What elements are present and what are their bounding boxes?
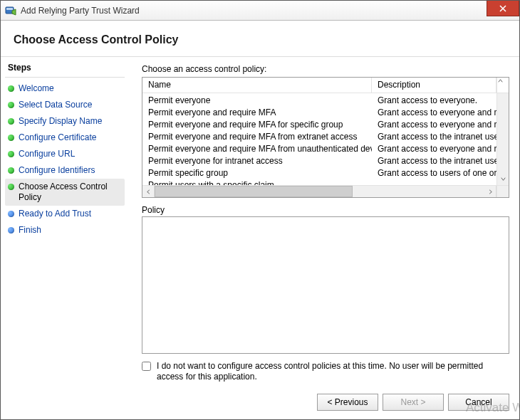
skip-policy-checkbox[interactable] [142, 362, 151, 371]
policy-detail-label: Policy [142, 205, 509, 215]
hscroll-thumb[interactable] [155, 186, 353, 197]
step-bullet-icon [8, 135, 14, 141]
step-label: Configure Certificate [19, 132, 96, 143]
close-button[interactable] [487, 1, 519, 16]
step-select-data-source[interactable]: Select Data Source [5, 97, 125, 113]
policy-description: Grant access to the intranet users and r… [372, 130, 496, 142]
step-bullet-icon [8, 211, 14, 217]
policy-description: Grant access to users of one or more gro… [372, 166, 496, 178]
step-bullet-icon [8, 167, 14, 174]
policy-prompt: Choose an access control policy: [142, 64, 509, 74]
policy-row[interactable]: Permit everyone and require MFAGrant acc… [142, 105, 496, 117]
policy-row[interactable]: Permit everyone and require MFA from ext… [142, 130, 496, 142]
step-bullet-icon [8, 102, 14, 108]
next-button[interactable]: Next > [383, 394, 444, 411]
policy-row[interactable]: Permit users with a specific claim [142, 178, 496, 185]
chevron-down-icon [500, 176, 506, 182]
step-label: Select Data Source [19, 100, 92, 110]
step-bullet-icon [8, 118, 14, 125]
step-bullet-icon [8, 151, 14, 157]
page-title: Choose Access Control Policy [1, 21, 519, 57]
policy-description: Grant access to everyone and require MFA… [372, 117, 496, 130]
titlebar: Add Relying Party Trust Wizard [1, 1, 519, 21]
step-label: Welcome [19, 83, 54, 94]
policy-row[interactable]: Permit everyone for intranet accessGrant… [142, 154, 496, 166]
step-label: Configure URL [19, 149, 75, 159]
policy-description: Grant access to everyone and require MFA… [372, 142, 496, 154]
scroll-up-button[interactable] [496, 78, 509, 93]
window-title: Add Relying Party Trust Wizard [21, 6, 487, 16]
skip-policy-label: I do not want to configure access contro… [157, 361, 509, 382]
step-specify-display-name[interactable]: Specify Display Name [5, 113, 125, 130]
close-icon [499, 5, 506, 12]
policy-description: Grant access to everyone and require MFA… [372, 105, 496, 117]
step-label: Choose Access Control Policy [19, 182, 122, 203]
previous-button[interactable]: < Previous [317, 394, 378, 411]
policy-name: Permit everyone and require MFA for spec… [142, 117, 372, 130]
step-label: Finish [19, 225, 41, 236]
step-label: Configure Identifiers [19, 165, 95, 176]
cancel-button[interactable]: Cancel [448, 394, 509, 411]
scrollbar-corner [496, 186, 509, 197]
horizontal-scrollbar[interactable] [142, 185, 509, 197]
step-configure-identifiers[interactable]: Configure Identifiers [5, 162, 125, 179]
scroll-left-button[interactable] [142, 186, 155, 197]
content-pane: Choose an access control policy: Name De… [129, 57, 519, 419]
step-label: Ready to Add Trust [19, 209, 91, 219]
policy-name: Permit everyone and require MFA from una… [142, 142, 372, 154]
step-configure-certificate[interactable]: Configure Certificate [5, 130, 125, 146]
scroll-right-button[interactable] [484, 186, 496, 197]
scroll-down-button[interactable] [497, 173, 509, 185]
steps-pane: Steps WelcomeSelect Data SourceSpecify D… [1, 57, 129, 419]
chevron-right-icon [487, 189, 494, 195]
hscroll-track[interactable] [155, 186, 484, 197]
skip-policy-row[interactable]: I do not want to configure access contro… [142, 354, 509, 382]
step-bullet-icon [8, 85, 14, 92]
step-welcome[interactable]: Welcome [5, 80, 125, 97]
policy-description: Grant access to the intranet users. [372, 154, 496, 166]
step-label: Specify Display Name [19, 116, 102, 127]
policy-name: Permit everyone [142, 93, 372, 105]
listview-header: Name Description [142, 78, 509, 93]
policy-description [372, 178, 496, 185]
steps-heading: Steps [5, 63, 125, 78]
policy-name: Permit everyone and require MFA from ext… [142, 130, 372, 142]
listview-body: Permit everyoneGrant access to everyone.… [142, 93, 509, 185]
step-bullet-icon [8, 184, 14, 190]
policy-row[interactable]: Permit specific groupGrant access to use… [142, 166, 496, 178]
wizard-body: Steps WelcomeSelect Data SourceSpecify D… [1, 57, 519, 419]
step-finish[interactable]: Finish [5, 222, 125, 238]
column-name[interactable]: Name [142, 78, 372, 93]
step-configure-url[interactable]: Configure URL [5, 146, 125, 162]
policy-name: Permit everyone for intranet access [142, 154, 372, 166]
wizard-window: Add Relying Party Trust Wizard Choose Ac… [0, 0, 520, 420]
policy-name: Permit specific group [142, 166, 372, 178]
column-description[interactable]: Description [372, 78, 496, 93]
policy-detail-box [142, 216, 509, 354]
policy-name: Permit everyone and require MFA [142, 105, 372, 117]
policy-listview[interactable]: Name Description Permit everyoneGrant ac… [142, 77, 509, 198]
app-icon [5, 5, 16, 16]
policy-row[interactable]: Permit everyone and require MFA for spec… [142, 117, 496, 130]
chevron-up-icon [497, 78, 504, 84]
policy-name: Permit users with a specific claim [142, 178, 372, 185]
step-ready-to-add-trust[interactable]: Ready to Add Trust [5, 206, 125, 222]
chevron-left-icon [145, 189, 152, 195]
policy-row[interactable]: Permit everyone and require MFA from una… [142, 142, 496, 154]
svg-rect-1 [6, 8, 13, 10]
vertical-scrollbar[interactable] [496, 93, 509, 185]
step-bullet-icon [8, 227, 14, 233]
wizard-footer: < Previous Next > Cancel [142, 382, 509, 411]
step-choose-access-control-policy: Choose Access Control Policy [5, 179, 125, 206]
policy-row[interactable]: Permit everyoneGrant access to everyone. [142, 93, 496, 105]
policy-description: Grant access to everyone. [372, 93, 496, 105]
